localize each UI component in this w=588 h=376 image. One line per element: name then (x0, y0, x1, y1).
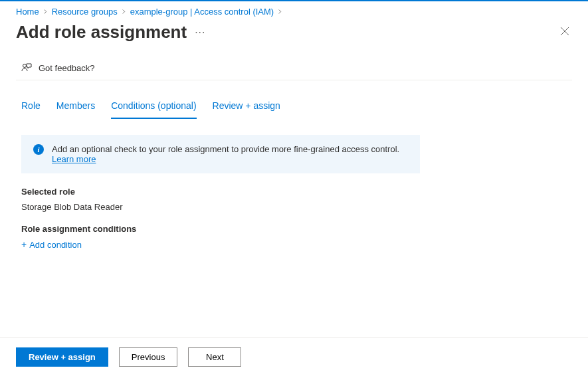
close-icon (560, 27, 569, 36)
chevron-right-icon (43, 8, 48, 15)
more-icon[interactable]: ··· (195, 27, 205, 39)
info-text: Add an optional check to your role assig… (52, 144, 408, 164)
divider (16, 80, 572, 80)
chevron-right-icon (122, 8, 126, 15)
chevron-right-icon (278, 8, 282, 15)
svg-point-0 (23, 64, 27, 68)
info-box: i Add an optional check to your role ass… (21, 135, 420, 173)
plus-icon: + (21, 239, 27, 250)
conditions-label: Role assignment conditions (21, 224, 567, 234)
page-title: Add role assignment (16, 22, 187, 43)
previous-button[interactable]: Previous (119, 347, 178, 367)
feedback-link[interactable]: Got feedback? (0, 43, 588, 80)
feedback-icon (21, 62, 32, 73)
page-header: Add role assignment ··· (0, 19, 588, 43)
selected-role-label: Selected role (21, 187, 567, 197)
selected-role-value: Storage Blob Data Reader (21, 202, 567, 212)
footer: Review + assign Previous Next (0, 337, 588, 376)
tab-conditions[interactable]: Conditions (optional) (111, 94, 196, 119)
learn-more-link[interactable]: Learn more (52, 154, 96, 164)
tab-review[interactable]: Review + assign (213, 94, 280, 119)
add-condition-button[interactable]: + Add condition (21, 239, 567, 250)
selected-role-section: Selected role Storage Blob Data Reader R… (0, 173, 588, 250)
breadcrumb-group[interactable]: example-group | Access control (IAM) (130, 7, 274, 17)
feedback-label: Got feedback? (39, 63, 95, 73)
breadcrumb-home[interactable]: Home (16, 7, 39, 17)
breadcrumb-resource-groups[interactable]: Resource groups (52, 7, 118, 17)
tabs: Role Members Conditions (optional) Revie… (0, 94, 588, 119)
next-button[interactable]: Next (188, 347, 241, 367)
breadcrumb: Home Resource groups example-group | Acc… (0, 1, 588, 19)
tab-members[interactable]: Members (56, 94, 95, 119)
tab-role[interactable]: Role (21, 94, 41, 119)
close-button[interactable] (557, 24, 572, 41)
add-condition-label: Add condition (29, 240, 82, 250)
info-icon: i (33, 144, 44, 155)
review-assign-button[interactable]: Review + assign (16, 347, 108, 367)
